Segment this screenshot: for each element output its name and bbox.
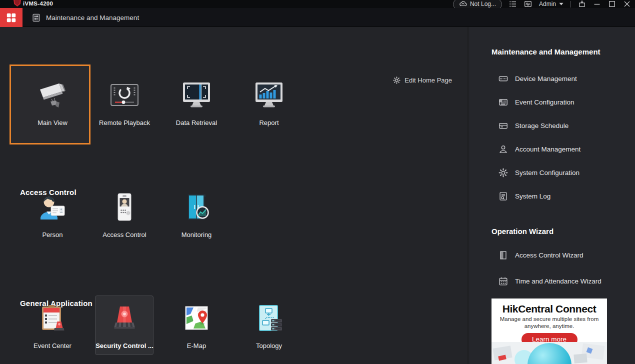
menu-item-label: System Configuration	[515, 169, 580, 176]
playback-monitor-icon	[108, 79, 140, 111]
home-page-content: Video Application Edit Home Page	[0, 27, 468, 364]
tile-label: Person	[16, 231, 88, 238]
menu-item-label: Storage Schedule	[515, 122, 568, 130]
banner-subtitle: Manage and secure multiple sites from an…	[492, 316, 607, 330]
menu-item-label: System Log	[515, 192, 550, 200]
user-menu-label: Admin	[539, 0, 556, 8]
menu-item-label: Event Configuration	[515, 98, 574, 106]
menu-item-time-attendance-wizard[interactable]: Time and Attendance Wizard	[498, 276, 602, 286]
menu-item-device-management[interactable]: Device Management	[498, 73, 577, 84]
menu-item-access-control-wizard[interactable]: Access Control Wizard	[498, 250, 584, 260]
map-location-pin-icon	[180, 302, 212, 334]
banner-title: HikCentral Connect	[492, 303, 607, 315]
tile-report[interactable]: Report	[233, 79, 305, 126]
tile-label: E-Map	[160, 342, 232, 350]
right-panel: Maintenance and Management Device Manage…	[470, 27, 635, 364]
report-chart-icon	[253, 79, 285, 111]
gear-icon	[393, 76, 400, 84]
minimize-to-tray-icon[interactable]	[578, 0, 586, 8]
minimize-icon[interactable]	[593, 0, 601, 8]
menu-item-label: Access Control Wizard	[515, 252, 584, 259]
tile-event-center[interactable]: Event Center	[16, 302, 88, 350]
person-id-card-icon	[36, 191, 68, 223]
tile-label: Monitoring	[160, 231, 232, 238]
device-icon	[498, 74, 508, 84]
tile-e-map[interactable]: E-Map	[160, 302, 232, 350]
maximize-icon[interactable]	[608, 0, 616, 8]
menu-item-system-log[interactable]: System Log	[498, 190, 550, 202]
titlebar-separator	[570, 1, 571, 8]
tab-bar: Maintenance and Management	[0, 8, 635, 27]
tile-label: Topology	[233, 342, 305, 350]
edit-home-page-button[interactable]: Edit Home Page	[393, 76, 452, 84]
tile-remote-playback[interactable]: Remote Playback	[88, 79, 160, 126]
menu-item-storage-schedule[interactable]: Storage Schedule	[498, 120, 568, 131]
menu-item-label: Time and Attendance Wizard	[515, 278, 602, 285]
chevron-down-icon	[559, 2, 564, 6]
tile-data-retrieval[interactable]: Data Retrieval	[160, 79, 232, 126]
menu-item-account-management[interactable]: Account Management	[498, 144, 580, 154]
tile-access-control[interactable]: Access Control	[88, 191, 160, 238]
maintenance-tab-icon	[32, 14, 40, 22]
tile-label: Data Retrieval	[160, 119, 232, 126]
tab-label: Maintenance and Management	[46, 14, 139, 22]
menu-item-label: Account Management	[515, 146, 580, 153]
hikcentral-connect-banner[interactable]: HikCentral Connect Manage and secure mul…	[492, 298, 607, 364]
app-grid-icon	[6, 13, 16, 22]
title-bar: iVMS-4200 Not Log... Admin	[0, 0, 635, 8]
tile-label: Report	[233, 119, 305, 126]
storage-drive-icon	[498, 121, 508, 130]
home-menu-button[interactable]	[0, 8, 22, 27]
tile-topology[interactable]: Topology	[233, 302, 305, 350]
edit-home-page-label: Edit Home Page	[404, 76, 452, 84]
login-status-label: Not Log...	[470, 0, 496, 8]
door-panel-icon	[498, 250, 508, 260]
tile-label: Security Control ...	[88, 342, 160, 350]
banner-illustration	[492, 342, 607, 364]
event-clipboard-icon	[36, 302, 68, 334]
health-monitoring-icon[interactable]	[524, 0, 532, 8]
calendar-icon	[498, 276, 508, 286]
login-status-button[interactable]: Not Log...	[453, 0, 502, 8]
right-panel-title-maintenance: Maintenance and Management	[492, 48, 600, 56]
retrieval-monitor-icon	[180, 79, 212, 111]
network-topology-icon	[253, 302, 285, 334]
door-monitoring-icon	[180, 191, 212, 223]
tile-label: Event Center	[16, 342, 88, 350]
user-menu[interactable]: Admin	[539, 0, 564, 8]
event-note-icon	[498, 98, 508, 107]
access-terminal-icon	[108, 191, 140, 223]
menu-item-event-configuration[interactable]: Event Configuration	[498, 96, 574, 108]
alarm-siren-icon	[108, 302, 140, 334]
menu-item-label: Device Management	[515, 75, 577, 82]
tile-main-view[interactable]: Main View	[16, 79, 88, 126]
tile-monitoring[interactable]: Monitoring	[160, 191, 232, 238]
tile-label: Remote Playback	[88, 119, 160, 126]
log-search-icon	[498, 192, 508, 201]
close-icon[interactable]	[623, 0, 631, 8]
right-panel-title-operation-wizard: Operation Wizard	[492, 227, 554, 236]
user-person-icon	[498, 144, 508, 154]
tile-label: Main View	[16, 119, 88, 126]
titlebar-controls: Not Log... Admin	[453, 0, 631, 8]
cloud-icon	[459, 0, 467, 8]
app-logo-icon	[14, 0, 21, 6]
ivms-4200-window: iVMS-4200 Not Log... Admin	[0, 0, 635, 364]
tile-label: Access Control	[88, 231, 160, 238]
tile-security-control[interactable]: Security Control ...	[88, 302, 160, 350]
tile-person[interactable]: Person	[16, 191, 88, 238]
menu-item-system-configuration[interactable]: System Configuration	[498, 167, 580, 178]
settings-gear-icon	[498, 168, 508, 178]
tab-maintenance-and-management[interactable]: Maintenance and Management	[24, 8, 147, 27]
cctv-camera-icon	[36, 79, 68, 111]
task-list-icon[interactable]	[509, 0, 517, 8]
app-title: iVMS-4200	[23, 0, 53, 6]
